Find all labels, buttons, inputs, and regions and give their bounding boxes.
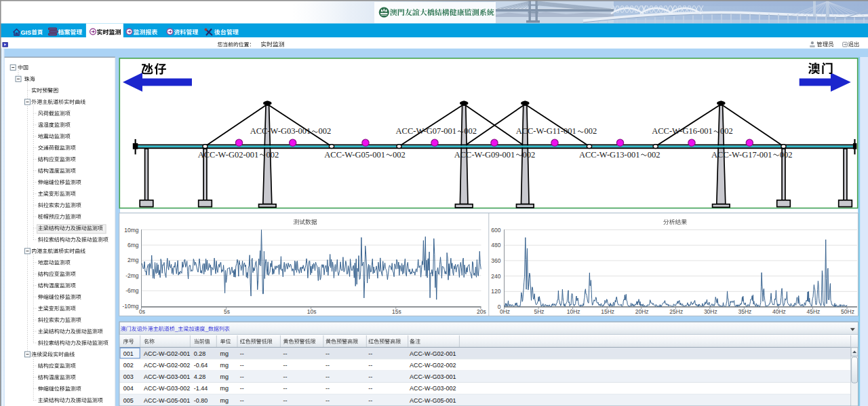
svg-text:ACC-W-G16-001: ACC-W-G16-001 bbox=[652, 126, 713, 136]
svg-text:--: -- bbox=[368, 397, 372, 404]
svg-text:002: 002 bbox=[584, 126, 597, 136]
svg-text:002: 002 bbox=[648, 150, 660, 160]
svg-text:ACC-W-G02-002: ACC-W-G02-002 bbox=[144, 362, 190, 369]
svg-text:--: -- bbox=[240, 397, 244, 404]
svg-text:002: 002 bbox=[393, 150, 406, 160]
svg-text:20Hz: 20Hz bbox=[635, 308, 649, 315]
svg-text:--: -- bbox=[368, 385, 372, 392]
svg-text:002: 002 bbox=[319, 126, 332, 136]
svg-text:--: -- bbox=[240, 373, 244, 380]
svg-text:25Hz: 25Hz bbox=[669, 308, 683, 315]
svg-text:50Hz: 50Hz bbox=[841, 308, 854, 315]
svg-text:ACC-W-G13-001: ACC-W-G13-001 bbox=[579, 150, 640, 160]
svg-text:10Hz: 10Hz bbox=[567, 308, 580, 315]
svg-text:--: -- bbox=[368, 362, 372, 369]
svg-text:-1.44: -1.44 bbox=[194, 385, 208, 392]
svg-text:002: 002 bbox=[123, 362, 134, 369]
svg-text:--: -- bbox=[368, 350, 372, 357]
svg-text:mg: mg bbox=[220, 362, 229, 369]
svg-text:mg: mg bbox=[220, 397, 229, 404]
svg-text:ACC-W-G02-001: ACC-W-G02-001 bbox=[410, 350, 456, 357]
svg-text:ACC-W-G11-001: ACC-W-G11-001 bbox=[516, 126, 576, 136]
svg-text:5Hz: 5Hz bbox=[534, 308, 544, 315]
svg-text:2mg: 2mg bbox=[127, 257, 139, 263]
svg-text:360: 360 bbox=[491, 257, 500, 264]
svg-text:30Hz: 30Hz bbox=[704, 308, 717, 315]
svg-text:ACC-W-G09-001: ACC-W-G09-001 bbox=[454, 150, 515, 160]
svg-text:mg: mg bbox=[220, 385, 229, 392]
svg-text:10s: 10s bbox=[307, 308, 317, 315]
svg-text:ACC-W-G17-001: ACC-W-G17-001 bbox=[711, 150, 772, 160]
svg-text:4.28: 4.28 bbox=[194, 373, 206, 380]
svg-text:--: -- bbox=[326, 362, 330, 369]
svg-text:mg: mg bbox=[220, 350, 229, 357]
svg-text:6mg: 6mg bbox=[127, 242, 139, 248]
svg-text:001: 001 bbox=[123, 350, 134, 357]
svg-text:_: _ bbox=[174, 326, 178, 332]
svg-text:002: 002 bbox=[780, 150, 793, 160]
svg-text:ACC-W-G05-001: ACC-W-G05-001 bbox=[144, 397, 190, 404]
svg-text:--: -- bbox=[326, 385, 330, 392]
svg-text:240: 240 bbox=[491, 273, 500, 280]
svg-text:40Hz: 40Hz bbox=[772, 308, 786, 315]
svg-text:mg: mg bbox=[220, 373, 229, 380]
svg-text:ACC-W-G07-001: ACC-W-G07-001 bbox=[396, 126, 457, 136]
svg-text:002: 002 bbox=[267, 150, 279, 160]
svg-text:002: 002 bbox=[523, 150, 536, 160]
svg-text:ACC-W-G02-001: ACC-W-G02-001 bbox=[198, 150, 259, 160]
svg-text:ACC-W-G02-001: ACC-W-G02-001 bbox=[144, 350, 190, 357]
svg-text:--: -- bbox=[326, 373, 330, 380]
svg-text:5s: 5s bbox=[224, 308, 230, 315]
svg-text:002: 002 bbox=[464, 126, 477, 136]
svg-text:0Hz: 0Hz bbox=[500, 308, 510, 315]
svg-text:20s: 20s bbox=[477, 308, 486, 315]
svg-text:004: 004 bbox=[123, 385, 134, 392]
svg-text:15Hz: 15Hz bbox=[601, 308, 614, 315]
svg-text:15s: 15s bbox=[392, 308, 401, 315]
svg-text:-0.80: -0.80 bbox=[194, 397, 208, 404]
svg-text:ACC-W-G02-002: ACC-W-G02-002 bbox=[410, 362, 456, 369]
svg-text:ACC-W-G03-001: ACC-W-G03-001 bbox=[144, 373, 190, 380]
svg-text:GIS: GIS bbox=[21, 29, 32, 36]
svg-text:--: -- bbox=[240, 385, 244, 392]
svg-text:--: -- bbox=[368, 373, 372, 380]
svg-text:0s: 0s bbox=[139, 308, 145, 315]
svg-text:-0.64: -0.64 bbox=[194, 362, 208, 369]
svg-text:005: 005 bbox=[123, 397, 134, 404]
svg-text:ACC-W-G03-001: ACC-W-G03-001 bbox=[250, 126, 311, 136]
svg-text:ACC-W-G05-001: ACC-W-G05-001 bbox=[410, 397, 456, 404]
svg-text:ACC-W-G03-001: ACC-W-G03-001 bbox=[410, 373, 456, 380]
svg-text:003: 003 bbox=[123, 373, 134, 380]
svg-text:--: -- bbox=[240, 362, 244, 369]
svg-text:002: 002 bbox=[720, 126, 733, 136]
svg-text:ACC-W-G05-001: ACC-W-G05-001 bbox=[324, 150, 385, 160]
svg-text:--: -- bbox=[283, 362, 288, 369]
svg-text:--: -- bbox=[283, 385, 288, 392]
svg-text:120: 120 bbox=[491, 288, 500, 295]
svg-text:--: -- bbox=[326, 350, 330, 357]
svg-text:ACC-W-G03-002: ACC-W-G03-002 bbox=[144, 385, 190, 392]
svg-text:600: 600 bbox=[491, 227, 500, 234]
svg-text:--: -- bbox=[326, 397, 330, 404]
svg-text:35Hz: 35Hz bbox=[738, 308, 751, 315]
svg-text:--: -- bbox=[240, 350, 244, 357]
svg-text:-10mg: -10mg bbox=[122, 303, 138, 310]
svg-text:--: -- bbox=[283, 373, 288, 380]
svg-text:--: -- bbox=[283, 350, 288, 357]
svg-text:_: _ bbox=[205, 326, 209, 332]
svg-text:ACC-W-G03-002: ACC-W-G03-002 bbox=[410, 385, 456, 392]
svg-text:-6mg: -6mg bbox=[125, 287, 139, 294]
svg-text:10mg: 10mg bbox=[124, 227, 139, 234]
svg-text:--: -- bbox=[283, 397, 288, 404]
svg-text:0.28: 0.28 bbox=[194, 350, 206, 357]
svg-text:45Hz: 45Hz bbox=[807, 308, 821, 315]
svg-text:480: 480 bbox=[491, 242, 500, 248]
svg-text:-2mg: -2mg bbox=[125, 272, 139, 279]
